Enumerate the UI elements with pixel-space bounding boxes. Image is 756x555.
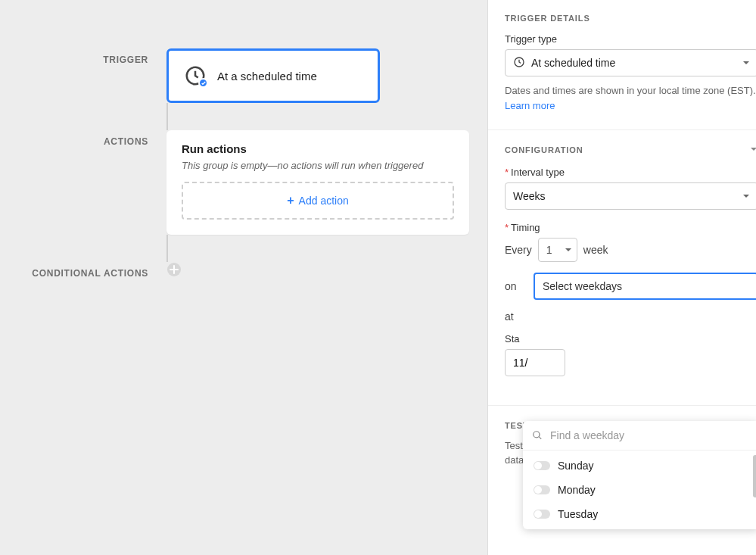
week-unit-label: week	[583, 244, 608, 256]
caret-down-icon	[742, 190, 750, 202]
workflow-canvas: TRIGGER At a scheduled time	[0, 0, 487, 555]
toggle-icon	[534, 510, 550, 519]
weekday-option-label: Monday	[558, 484, 596, 496]
every-label: Every	[505, 244, 532, 256]
on-label: on	[505, 280, 527, 292]
actions-empty-message: This group is empty—no actions will run …	[182, 160, 454, 171]
weekday-search-input[interactable]	[549, 429, 751, 442]
trigger-type-select[interactable]: At scheduled time	[505, 49, 756, 76]
timezone-note: Dates and times are shown in your local …	[505, 84, 756, 113]
toggle-icon	[534, 485, 550, 494]
scrollbar[interactable]	[753, 455, 756, 497]
interval-type-select[interactable]: Weeks	[505, 182, 756, 210]
trigger-type-value: At scheduled time	[531, 57, 615, 69]
trigger-card-title: At a scheduled time	[217, 70, 317, 83]
weekday-option[interactable]: Monday	[523, 478, 756, 502]
caret-down-icon	[742, 57, 750, 69]
search-icon	[532, 430, 543, 441]
connector-line	[166, 103, 168, 130]
trigger-details-section: TRIGGER DETAILS Trigger type At schedule…	[488, 0, 756, 130]
trigger-card[interactable]: At a scheduled time	[166, 48, 380, 103]
start-label: Sta	[505, 333, 756, 345]
weekday-dropdown: Sunday Monday Tuesday	[523, 421, 756, 529]
interval-type-value: Weeks	[513, 190, 546, 202]
actions-card-title: Run actions	[182, 142, 454, 155]
connector-line	[166, 235, 168, 262]
start-date-field[interactable]	[505, 349, 565, 376]
check-badge-icon	[198, 78, 208, 88]
weekday-option[interactable]: Tuesday	[523, 502, 756, 526]
interval-type-label: *Interval type	[505, 167, 756, 178]
plus-icon: +	[287, 194, 294, 207]
trigger-type-label: Trigger type	[505, 33, 756, 45]
conditional-actions-label: CONDITIONAL ACTIONS	[32, 268, 148, 279]
weekday-select-placeholder: Select weekdays	[543, 280, 622, 292]
add-action-label: Add action	[299, 195, 349, 207]
actions-card: Run actions This group is empty—no actio…	[166, 130, 469, 235]
add-conditional-button[interactable]	[166, 262, 487, 277]
toggle-icon	[534, 461, 550, 470]
chevron-down-icon[interactable]	[749, 144, 756, 156]
configuration-section: CONFIGURATION *Interval type Weeks *Timi…	[488, 130, 756, 406]
weekday-option-label: Tuesday	[558, 508, 598, 520]
add-action-button[interactable]: + Add action	[182, 182, 454, 220]
clock-icon	[184, 64, 207, 87]
actions-section-label: ACTIONS	[104, 136, 148, 147]
weekday-option[interactable]: Sunday	[523, 454, 756, 478]
at-label: at	[505, 310, 527, 323]
weekday-option-label: Sunday	[558, 460, 593, 472]
clock-icon	[513, 56, 525, 70]
trigger-details-header: TRIGGER DETAILS	[505, 14, 756, 23]
every-count-select[interactable]: 1	[538, 238, 577, 262]
every-count-value: 1	[546, 244, 552, 256]
configuration-header: CONFIGURATION	[505, 145, 583, 154]
caret-down-icon	[565, 244, 572, 256]
timing-label: *Timing	[505, 222, 756, 233]
details-panel: TRIGGER DETAILS Trigger type At schedule…	[487, 0, 756, 555]
weekday-select[interactable]: Select weekdays	[534, 273, 756, 300]
trigger-section-label: TRIGGER	[103, 55, 148, 65]
learn-more-link[interactable]: Learn more	[505, 99, 756, 113]
